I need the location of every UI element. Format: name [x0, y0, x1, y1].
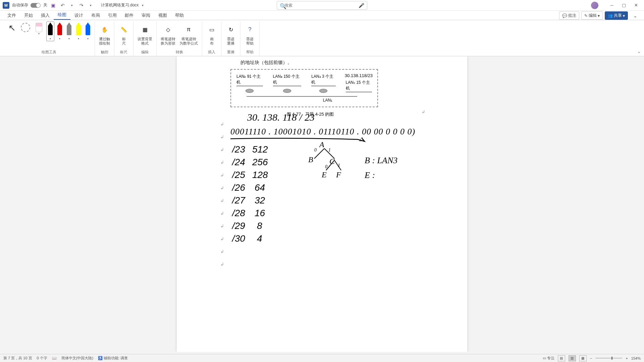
status-accessibility[interactable]: ♿ 辅助功能: 调查 [98, 356, 128, 361]
tab-review[interactable]: 审阅 [138, 11, 154, 20]
para-mark: ↲ [422, 109, 425, 114]
undo-dropdown-icon[interactable]: ▾ [69, 2, 75, 9]
ribbon-collapse-icon[interactable]: ⌄ [637, 49, 641, 54]
undo-icon[interactable]: ↶ [59, 2, 66, 9]
diagram-ip: 30.138.118/23 [345, 73, 373, 78]
autosave-toggle[interactable] [31, 3, 41, 8]
touch-draw-button[interactable]: ✋ 通过触 摸绘制 [98, 21, 111, 47]
pen-red[interactable]: ▾ [56, 21, 64, 41]
ink-help-button[interactable]: ? 墨迹 帮助 [243, 21, 257, 47]
lan5-label: LAN₅ 15 个主机 [346, 80, 372, 92]
ink-tree-F: F [336, 170, 341, 179]
group-label-draw-tools: 绘图工具 [42, 50, 56, 56]
quick-access-toolbar: ▣ ↶ ▾ ↷ ▾ [50, 2, 94, 9]
zoom-slider[interactable] [595, 358, 622, 359]
document-area[interactable]: 的地址块（包括前缀）。 30.138.118/23 LAN₂ 91 个主机 LA… [0, 56, 644, 352]
view-read-mode[interactable]: ▤ [558, 355, 565, 361]
status-bar: 第 7 页，共 10 页 0 个字 📖 简体中文(中国大陆) ♿ 辅助功能: 调… [0, 354, 644, 362]
tab-insert[interactable]: 插入 [37, 11, 54, 20]
ink-format-button[interactable]: ▦ 设置背景 格式 [136, 21, 154, 47]
ink-row-25: /25 128 [232, 170, 268, 180]
user-avatar[interactable] [591, 2, 598, 9]
status-page[interactable]: 第 7 页，共 10 页 [3, 356, 32, 361]
tab-home[interactable]: 开始 [20, 11, 37, 20]
cursor-icon: ↖ [8, 23, 16, 33]
para-mark: ↲ [220, 147, 224, 152]
ink-delta: △ [359, 135, 363, 142]
search-icon: 🔍 [280, 3, 284, 8]
ink-note-b: B : LAN3 [365, 156, 397, 166]
close-button[interactable]: ✕ [631, 1, 641, 9]
search-input[interactable] [284, 3, 359, 8]
tab-layout[interactable]: 布局 [87, 11, 104, 20]
redo-icon[interactable]: ↷ [78, 2, 85, 9]
ruler-button[interactable]: 📏 标 尺 [117, 21, 130, 47]
minimize-button[interactable]: ─ [606, 1, 617, 9]
group-label-ruler: 标尺 [120, 50, 127, 56]
ink-row-27: /27 32 [232, 195, 265, 206]
view-web-layout[interactable]: ▦ [579, 355, 587, 361]
ribbon-group-replay: ↻ 墨迹 重播 重播 [221, 21, 240, 56]
zoom-level[interactable]: 154% [631, 356, 641, 360]
canvas-button[interactable]: ▭ 画 布 [205, 21, 218, 47]
share-button[interactable]: 👥 共享 ▾ [605, 11, 628, 20]
ink-to-math-button[interactable]: π 将笔迹转 为数学公式 [178, 21, 199, 47]
router-icon [319, 89, 327, 93]
maximize-button[interactable]: ▢ [619, 1, 629, 9]
tab-draw[interactable]: 绘图 [54, 10, 70, 20]
highlighter-blue[interactable]: ▾ [84, 21, 92, 41]
group-label-replay: 重播 [227, 50, 234, 56]
status-words[interactable]: 0 个字 [37, 356, 47, 361]
ribbon-mode-icon[interactable]: ⌄ [630, 12, 641, 20]
ribbon-group-insert: ▭ 画 布 插入 [202, 21, 221, 56]
mic-icon[interactable]: 🎤 [359, 3, 364, 8]
para-mark: ↲ [220, 236, 224, 241]
tab-references[interactable]: 引用 [104, 11, 121, 20]
bus-line [247, 96, 357, 97]
router-icon [283, 89, 291, 93]
ribbon-group-help: ? 墨迹 帮助 帮助 [240, 21, 260, 56]
tab-file[interactable]: 文件 [3, 11, 20, 20]
ink-ip: 30. 138. 118 / 23 [247, 112, 315, 123]
ink-to-shape-button[interactable]: ◇ 将笔迹转 换为形状 [159, 21, 177, 47]
select-tool[interactable]: ↖ [6, 21, 18, 35]
ink-row-28: /28 16 [232, 208, 265, 219]
eraser-tool[interactable]: ▾ [33, 21, 45, 37]
group-label-insert: 插入 [208, 50, 215, 56]
status-focus[interactable]: ▭ 专注 [543, 356, 554, 361]
ribbon-group-touch: ✋ 通过触 摸绘制 触控 [95, 21, 114, 56]
save-icon[interactable]: ▣ [50, 2, 57, 9]
para-mark: ↲ [220, 198, 224, 203]
ribbon-tabs: 文件 开始 插入 绘图 设计 布局 引用 邮件 审阅 视图 帮助 💬 批注 ✎ … [0, 11, 644, 20]
pen-gray[interactable]: ▾ [65, 21, 73, 41]
lasso-tool[interactable] [19, 21, 32, 34]
ink-row-23: /23 512 [232, 144, 268, 155]
highlighter-yellow[interactable]: ▾ [74, 21, 83, 41]
comments-button[interactable]: 💬 批注 [559, 11, 579, 20]
view-print-layout[interactable]: ▥ [569, 355, 576, 361]
tab-design[interactable]: 设计 [70, 11, 87, 20]
title-dropdown-icon[interactable]: ▾ [139, 2, 146, 9]
document-title[interactable]: 计算机网络复习.docx [101, 2, 139, 8]
zoom-out-button[interactable]: − [590, 356, 592, 360]
pen-black[interactable]: ▾ [46, 21, 54, 41]
status-language[interactable]: 简体中文(中国大陆) [61, 356, 93, 361]
edit-mode-button[interactable]: ✎ 编辑 ▾ [581, 11, 603, 20]
document-page[interactable]: 的地址块（包括前缀）。 30.138.118/23 LAN₂ 91 个主机 LA… [177, 56, 467, 352]
lan4-label: LAN₄ 3 个主机 [311, 74, 335, 86]
ink-replay-button[interactable]: ↻ 墨迹 重播 [224, 21, 237, 47]
tab-help[interactable]: 帮助 [171, 11, 188, 20]
eraser-icon [36, 23, 42, 32]
tab-mailings[interactable]: 邮件 [121, 11, 138, 20]
math-icon: π [183, 23, 194, 36]
ribbon-group-edit: ▦ 设置背景 格式 编辑 [133, 21, 157, 56]
search-box[interactable]: 🔍 🎤 [277, 1, 367, 10]
status-proofing-icon[interactable]: 📖 [52, 356, 57, 360]
zoom-in-button[interactable]: + [626, 356, 628, 360]
ribbon-group-ruler: 📏 标 尺 标尺 [114, 21, 133, 56]
hand-icon: ✋ [99, 23, 110, 36]
qat-more-icon[interactable]: ▾ [88, 2, 94, 9]
ribbon: ↖ ▾ ▾ ▾ ▾ ▾ ▾ 绘图工具 ✋ 通过触 摸绘制 触控 📏 标 尺 标尺 [0, 20, 644, 56]
tab-view[interactable]: 视图 [154, 11, 171, 20]
ink-tree-1a: 1 [328, 147, 331, 153]
